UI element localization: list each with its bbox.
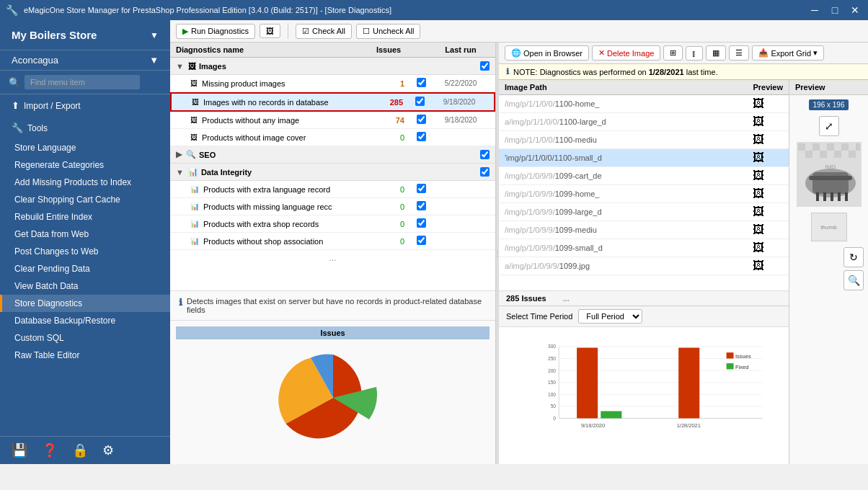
group-seo-checkbox[interactable] [480, 150, 490, 159]
group-images-label: Images [199, 62, 480, 71]
group-seo[interactable]: ▶ 🔍 SEO [170, 146, 495, 164]
minimize-btn[interactable]: ─ [807, 4, 822, 16]
group-images-checkbox[interactable] [480, 61, 490, 71]
refresh-preview-button[interactable]: ↻ [843, 247, 864, 267]
sidebar-item-post-changes[interactable]: Post Changes to Web [0, 243, 170, 260]
sidebar-item-regenerate-categories[interactable]: Regenerate Categories [0, 156, 170, 174]
icon-btn-1[interactable]: ⊞ [663, 45, 683, 61]
icon-btn-3[interactable]: ▦ [706, 45, 726, 61]
group-seo-icon: 🔍 [186, 150, 196, 159]
expand-button[interactable]: ⤢ [819, 116, 839, 136]
help-icon[interactable]: ❓ [42, 442, 58, 458]
lock-icon[interactable]: 🔒 [72, 442, 88, 458]
close-btn[interactable]: ✕ [848, 4, 862, 16]
search-input[interactable] [25, 75, 140, 89]
submenu-item[interactable]: Aconcagua ▼ [0, 50, 170, 71]
settings-icon[interactable]: ⚙ [102, 442, 114, 458]
diag-item-missing-product-images[interactable]: 🖼 Missing product images 1 5/22/2020 [170, 75, 495, 92]
icon-btn-2[interactable]: ⫿ [686, 46, 703, 61]
diag-item-products-no-cover[interactable]: 🖼 Products without image cover 0 [170, 129, 495, 146]
diag-item-no-image-issues: 74 [367, 116, 410, 125]
sidebar-item-import-export[interactable]: ⬆ Import / Export [0, 94, 170, 117]
sidebar-search-bar: 🔍 [0, 71, 170, 94]
sidebar-item-raw-table-editor[interactable]: Raw Table Editor [0, 347, 170, 364]
sidebar-item-clear-pending[interactable]: Clear Pending Data [0, 260, 170, 277]
sidebar-item-clear-cart-cache[interactable]: Clear Shopping Cart Cache [0, 191, 170, 208]
legend-issues-swatch [727, 352, 734, 358]
note-bar: ℹ NOTE: Diagnostics was performed on 1/2… [499, 64, 868, 80]
rebuild-index-label: Rebuild Entire Index [14, 212, 92, 222]
picture-btn[interactable]: 🖼 [260, 24, 280, 38]
view-batch-label: View Batch Data [14, 281, 79, 291]
sidebar-item-database-backup[interactable]: Database Backup/Restore [0, 312, 170, 329]
table-row[interactable]: a/img/p/1/1/0/0/1100-large_d 🖼 [499, 113, 789, 131]
diag-item-no-image-check [410, 115, 432, 125]
table-row-selected[interactable]: 'img/p/1/1/0/0/1100-small_d 🖼 [499, 149, 789, 167]
table-row[interactable]: /img/p/1/1/0/0/1100-home_ 🖼 [499, 95, 789, 113]
svg-text:1/28/2021: 1/28/2021 [677, 422, 701, 429]
table-row[interactable]: /img/p/1/0/9/9/1099-large_d 🖼 [499, 203, 789, 221]
sidebar-item-add-missing-products[interactable]: Add Missing Products to Index [0, 174, 170, 191]
svg-text:9/18/2020: 9/18/2020 [581, 422, 605, 429]
table-row[interactable]: a/img/p/1/0/9/9/1099.jpg 🖼 [499, 257, 789, 275]
diag-item-no-shop-assoc[interactable]: 📊 Products without shop association 0 [170, 233, 495, 250]
diag-item-extra-shop[interactable]: 📊 Products with extra shop records 0 [170, 215, 495, 233]
store-header[interactable]: My Boilers Store ▼ [0, 20, 170, 50]
maximize-btn[interactable]: □ [828, 4, 842, 16]
sidebar-item-tools[interactable]: 🔧 Tools [0, 117, 170, 139]
item-icon-3: 🖼 [190, 116, 198, 124]
table-row[interactable]: /img/p/1/0/9/9/1099-home_ 🖼 [499, 185, 789, 203]
svg-text:IMG: IMG [825, 164, 836, 170]
group-images[interactable]: ▼ 🖼 Images [170, 58, 495, 75]
time-period-select[interactable]: Full Period Last Month Last Week [578, 309, 642, 324]
col-preview: Preview [747, 80, 789, 95]
run-icon: ▶ [182, 27, 188, 36]
svg-rect-26 [849, 151, 856, 158]
check-all-button[interactable]: ☑ Check All [296, 24, 352, 39]
export-chevron-icon: ▾ [813, 48, 818, 58]
import-export-icon: ⬆ [12, 100, 19, 111]
table-row[interactable]: /img/p/1/1/0/0/1100-mediu 🖼 [499, 131, 789, 149]
item-icon-6: 📊 [190, 202, 199, 210]
icon-btn-4[interactable]: ☰ [729, 45, 749, 61]
delete-image-button[interactable]: ✕ Delete Image [592, 45, 660, 61]
window-controls: ─ □ ✕ [807, 4, 862, 16]
diag-item-missing-lang[interactable]: 📊 Products with missing language recc 0 [170, 198, 495, 215]
preview-small-thumb: thumb [811, 213, 847, 241]
run-diagnostics-button[interactable]: ▶ Run Diagnostics [176, 24, 255, 39]
sidebar-item-get-data[interactable]: Get Data from Web [0, 226, 170, 243]
group-di-checkbox[interactable] [480, 167, 490, 177]
filter-icon: ▦ [712, 48, 719, 58]
sidebar-item-rebuild-index[interactable]: Rebuild Entire Index [0, 208, 170, 226]
group-data-integrity[interactable]: ▼ 📊 Data Integrity [170, 164, 495, 181]
diag-item-extra-lang[interactable]: 📊 Products with extra language record 0 [170, 181, 495, 198]
diag-item-extra-lang-name: Products with extra language record [203, 185, 367, 194]
sidebar-item-custom-sql[interactable]: Custom SQL [0, 329, 170, 347]
svg-rect-29 [816, 192, 819, 201]
export-grid-button[interactable]: 📥 Export Grid ▾ [752, 45, 824, 61]
diag-item-products-no-image[interactable]: 🖼 Products without any image 74 9/18/202… [170, 112, 495, 129]
table-row[interactable]: /img/p/1/0/9/9/1099-small_d 🖼 [499, 239, 789, 257]
sidebar-item-view-batch[interactable]: View Batch Data [0, 277, 170, 295]
list-icon: ☰ [735, 48, 743, 58]
svg-text:0: 0 [553, 416, 556, 421]
path-cell: /img/p/1/0/9/9/1099-mediu [499, 221, 747, 239]
table-row[interactable]: /img/p/1/0/9/9/1099-cart_de 🖼 [499, 167, 789, 185]
sidebar-item-store-language[interactable]: Store Language [0, 139, 170, 156]
diag-item-no-records-check [409, 97, 430, 107]
table-row[interactable]: /img/p/1/0/9/9/1099-mediu 🖼 [499, 221, 789, 239]
preview-cell: 🖼 [747, 167, 789, 185]
svg-rect-31 [831, 192, 833, 201]
col-issues: Issues [367, 45, 410, 54]
zoom-in-button[interactable]: 🔍 [843, 270, 864, 290]
svg-text:200: 200 [548, 368, 556, 373]
open-browser-button[interactable]: 🌐 Open in Browser [505, 45, 589, 61]
uncheck-all-button[interactable]: ☐ Uncheck All [356, 24, 420, 39]
diag-item-images-no-records[interactable]: 🖼 Images with no records in database 285… [170, 92, 495, 112]
sidebar-item-store-diagnostics[interactable]: Store Diagnostics [0, 295, 170, 312]
diag-table-header: Diagnostics name Issues Last run [170, 43, 495, 58]
bar-issues-2 [678, 348, 699, 419]
chart-area: Select Time Period Full Period Last Mont… [499, 306, 789, 464]
path-cell: /img/p/1/1/0/0/1100-home_ [499, 95, 747, 113]
save-icon[interactable]: 💾 [12, 442, 27, 458]
